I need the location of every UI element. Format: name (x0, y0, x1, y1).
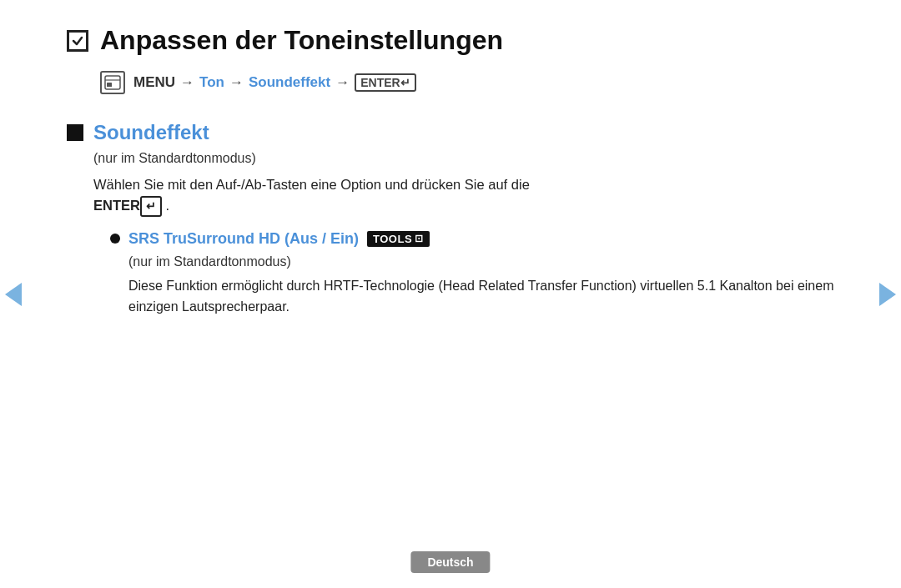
nav-arrow-right[interactable] (874, 274, 901, 315)
checkbox-icon (67, 30, 88, 52)
svg-rect-2 (107, 83, 112, 87)
breadcrumb-ton: Ton (199, 74, 224, 91)
section-header-row: Soundeffekt (67, 121, 834, 144)
breadcrumb-arrow-3: → (335, 74, 350, 91)
language-badge: Deutsch (410, 551, 490, 573)
page-title-row: Anpassen der Toneinstellungen (67, 25, 834, 56)
section-title: Soundeffekt (93, 121, 209, 144)
breadcrumb-arrow-2: → (229, 74, 244, 91)
nav-arrow-left[interactable] (0, 274, 27, 315)
bullet-title: SRS TruSurround HD (Aus / Ein) (128, 230, 359, 248)
menu-icon (100, 71, 125, 94)
tools-icon: ⊡ (415, 233, 424, 244)
section-sub-note: (nur im Standardtonmodus) (93, 151, 834, 166)
bullet-description: Diese Funktion ermöglicht durch HRTF-Tec… (128, 276, 834, 318)
breadcrumb-arrow-1: → (180, 74, 194, 91)
tools-label: TOOLS (373, 233, 412, 245)
page-title: Anpassen der Toneinstellungen (100, 25, 503, 56)
left-arrow-icon (5, 283, 22, 306)
desc-line1: Wählen Sie mit den Auf-/Ab-Tasten eine O… (93, 177, 530, 192)
section-square-icon (67, 124, 83, 141)
menu-label: MENU (133, 74, 175, 91)
enter-key-inline: ↵ (140, 196, 162, 217)
main-content: Anpassen der Toneinstellungen MENU → Ton… (0, 0, 901, 317)
breadcrumb: MENU → Ton → Soundeffekt → ENTER↵ (100, 71, 834, 94)
bullet-section: SRS TruSurround HD (Aus / Ein) TOOLS⊡ (n… (110, 230, 834, 318)
breadcrumb-enter-key: ENTER↵ (355, 73, 415, 92)
enter-symbol: ↵ (400, 76, 410, 89)
bullet-title-row: SRS TruSurround HD (Aus / Ein) TOOLS⊡ (110, 230, 834, 248)
right-arrow-icon (879, 283, 896, 306)
tools-badge: TOOLS⊡ (367, 231, 430, 247)
enter-label: ENTER (360, 76, 400, 89)
bullet-dot-icon (110, 234, 120, 244)
section-description: Wählen Sie mit den Auf-/Ab-Tasten eine O… (93, 174, 834, 217)
breadcrumb-soundeffekt: Soundeffekt (249, 74, 330, 91)
desc-enter-inline: ENTER↵ (93, 198, 166, 213)
desc-end: . (166, 198, 170, 213)
bullet-sub-note: (nur im Standardtonmodus) (128, 254, 834, 269)
